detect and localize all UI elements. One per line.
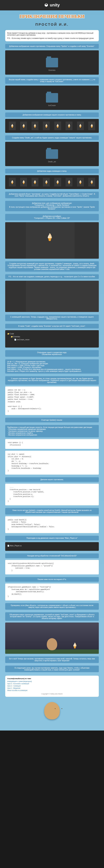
code-death[interactable]: public void Death(){ isAlive = false; an…: [5, 516, 99, 533]
sprite-frame[interactable]: 🍦: [9, 122, 16, 130]
unity-icon: [44, 3, 48, 7]
sprite-frame[interactable]: 🍦: [77, 178, 84, 186]
sprite-frame[interactable]: 🍦: [88, 122, 95, 130]
step-label-13: Ниже после метода Update(), создаём новы…: [5, 508, 99, 515]
sprite-frame[interactable]: 🍦: [54, 122, 61, 130]
logo-text: unity: [50, 3, 60, 7]
step-label-6b: Добавляем поле, для отображения изображе…: [5, 201, 99, 211]
folder-item[interactable]: 📁 Code: [7, 332, 97, 335]
step-label-3: Добавляем изображение анимации нашего иг…: [5, 113, 99, 117]
folder-name-1: Enemies: [49, 69, 56, 71]
refs-title: Ссылки(кликабельно) по теме:: [7, 678, 97, 679]
cookie-character: [47, 638, 57, 650]
sprite-frame[interactable]: 🍦: [77, 122, 84, 130]
script-file[interactable]: 📄 Main_Player.cs: [7, 544, 97, 547]
step-label-9: Открываем скрипт в редакторе кода. Объяв…: [5, 350, 99, 357]
sprite-frame[interactable]: 🍦: [88, 178, 95, 186]
step-label-7b: P.S. - Кто не знает как создавать анимац…: [5, 274, 99, 279]
game-title: ПРИКЛЮЧЕНИЯ ПЕЧЕНЬКИ: [0, 14, 104, 19]
step-label-2: Внутри нашей папки, создаём папку с назв…: [5, 77, 99, 84]
step-label-1: Добавляем изображение нашего противника.…: [5, 44, 99, 49]
step-label-9vars: int dir = 1; //Направление движения прот…: [5, 359, 99, 374]
header: unity: [0, 0, 104, 10]
inspector-panel[interactable]: [74, 222, 99, 259]
step-label-12: Двигаем нашего противника.: [5, 477, 99, 482]
folder-panel-2: IceCream: [5, 86, 99, 110]
script-item[interactable]: 📄 IceCream_move: [7, 338, 97, 341]
intro-text: Всем привет! Сегодня мы добавим в нашу и…: [7, 32, 97, 36]
sprite-frame[interactable]: 🍦: [66, 122, 72, 130]
step-label-7: Создаём контроллер анимаций для нашего п…: [5, 261, 99, 272]
ref-link[interactable]: Информация о гравит(видеоурок): [7, 681, 97, 682]
sprite-frame[interactable]: 🍦: [66, 178, 72, 186]
unity-editor: 🍦: [5, 222, 99, 259]
step-label-6c: Добавляем коллайдер: "Component -> Physi…: [5, 214, 99, 220]
step-label-17: Проверяем, если (Имя объекта, с которым …: [5, 603, 99, 610]
folder-panel-3: Death_ani: [5, 142, 99, 166]
step-label-5: Добавляем кадры анимации в папку.: [5, 169, 99, 174]
sprite-frame[interactable]: 🍦: [20, 178, 27, 186]
step-label-11: В методе Update() пишем:: [5, 418, 99, 422]
ref-link[interactable]: Урок 2 - Анимация: [7, 685, 97, 687]
references-box: Ссылки(кликабельно) по теме: Информация …: [5, 676, 99, 697]
code-collision2[interactable]: if(myCollision.gameObject.name == "IceCr…: [5, 584, 99, 600]
step-label-4: Создаём папку "Death_ani", в ней мы буде…: [5, 135, 99, 140]
cookie-mascot: [5, 697, 99, 725]
folder-name-3: Death_ani: [48, 161, 56, 163]
game-preview: 🍦: [5, 623, 99, 654]
sprite-frame[interactable]: 🍦: [43, 178, 50, 186]
footer-text-2: В следующем уроке, мы научим противника …: [5, 665, 99, 672]
hierarchy-panel[interactable]: [5, 222, 26, 259]
file-panel: 📄 Main_Player.cs: [5, 542, 99, 551]
step-label-15: Находим метод обработки столкновений "On…: [5, 553, 99, 558]
code-vars[interactable]: public int dir = 1; public float cur_dis…: [5, 386, 99, 415]
copyright: Copyright © Alakey aka Maxim: [7, 693, 97, 695]
folder-icon[interactable]: [46, 93, 58, 102]
enemy-sprite[interactable]: 🍦: [45, 233, 54, 241]
step-label-17b: Объявляем новую локальную переменную, сс…: [5, 612, 99, 621]
step-label-14: Переходим в код движения нашего персонаж…: [5, 536, 99, 540]
animator-params[interactable]: [5, 281, 26, 312]
code-update[interactable]: cur_dist += speed; if(cur_dist >= distan…: [5, 451, 99, 475]
animator-graph[interactable]: [26, 281, 99, 312]
intro-box: Всем привет! Сегодня мы добавим в нашу и…: [5, 30, 99, 41]
title-banner: ПРИКЛЮЧЕНИЯ ПЕЧЕНЬКИ: [0, 10, 104, 21]
step-label-11desc: Прибавляем к текущей дистанции скорость.…: [5, 425, 99, 437]
unity-logo: unity: [44, 3, 60, 7]
code-collision[interactable]: void OnCollisionEnter2D(Collision2D myCo…: [5, 560, 99, 575]
folder-name-2: IceCream: [48, 104, 56, 106]
sprite-frame[interactable]: 🍦: [9, 178, 16, 186]
step-label-8: С анимацией закончили. Теперь создадим к…: [5, 315, 99, 321]
folder-item[interactable]: 📁 Enemies: [7, 335, 97, 338]
intro-ps: P.S. - Если кому лениво идти, в коммента…: [7, 37, 97, 39]
sprite-frame[interactable]: 🍦: [32, 122, 38, 130]
code-move[interactable]: .... transform.position = new Vector3( t…: [5, 484, 99, 505]
folder-icon[interactable]: [46, 149, 58, 159]
footer-text: Вот и всё! Теперь при касании, противник…: [5, 656, 99, 663]
sprite-frame[interactable]: 🍦: [32, 178, 38, 186]
sprite-row-1: 🍦 🍦 🍦 🍦 🍦 🍦 🍦 🍦: [5, 119, 99, 133]
step-label-8b: В папке "Code", создаём папку "Enemies" …: [5, 324, 99, 329]
folder-icon[interactable]: [46, 58, 58, 67]
code-update-header[interactable]: void Update () { if(isAlive){: [5, 439, 99, 449]
sprite-frame[interactable]: 🍦: [20, 122, 27, 130]
step-label-16: Пишем ниже после последнего IF'а.: [5, 577, 99, 582]
sprite-row-2: 🍦 🍦 🍦 🍦 🍦 🍦 🍦 🍦: [5, 175, 99, 189]
sprite-frame[interactable]: 🍦: [54, 178, 61, 186]
scene-view[interactable]: 🍦: [26, 222, 74, 259]
project-panel: 📁 Code 📁 Enemies 📄 IceCream_move: [5, 330, 99, 347]
step-label-10: У нашего противника не будет физики, по …: [5, 376, 99, 385]
cookie-icon: [44, 702, 60, 719]
subtitle: ПРОСТОЙ И.И.: [0, 21, 104, 30]
enemy-character: 🍦: [72, 643, 78, 649]
ref-link[interactable]: Мини пособие по анимации: [7, 689, 97, 691]
ref-link[interactable]: Урок 1 - Введение: [7, 687, 97, 689]
step-label-6: Добавляем игровой объект "противник", на…: [5, 192, 99, 198]
animator-editor: [5, 281, 99, 312]
folder-panel-1: Enemies: [5, 50, 99, 75]
sprite-frame[interactable]: 🍦: [43, 122, 50, 130]
ref-link[interactable]: Урок 3 - Коллизии и анимации: [7, 683, 97, 684]
